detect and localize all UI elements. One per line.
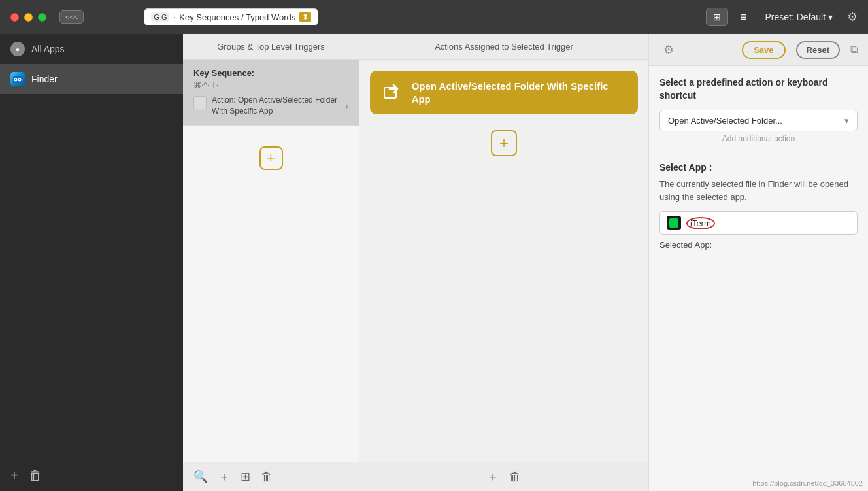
add-group-button[interactable]: ＋ — [218, 469, 230, 484]
search-button[interactable]: 🔍 — [193, 469, 208, 484]
collapse-sidebar-button[interactable]: <<< — [59, 10, 84, 24]
sidebar-item-all-apps-label: All Apps — [31, 44, 65, 54]
middle-panel-bottom: ＋ 🗑 — [359, 462, 648, 491]
action-card[interactable]: Open Active/Selected Folder With Specifi… — [370, 71, 638, 114]
middle-panel-header: Actions Assigned to Selected Trigger — [359, 34, 648, 60]
trigger-header: Key Sequence: — [193, 68, 348, 78]
action-dropdown-label: Open Active/Selected Folder... — [668, 116, 782, 126]
left-panel: Groups & Top Level Triggers Key Sequence… — [183, 34, 359, 491]
add-trigger-button[interactable]: + — [259, 146, 283, 170]
ks-label-g: G G — [151, 12, 169, 22]
right-panel: ⚙ Save Reset ⧉ Select a predefined actio… — [649, 34, 868, 491]
divider — [659, 154, 858, 154]
finder-icon — [10, 72, 25, 86]
hamburger-menu-icon[interactable]: ≡ — [740, 10, 747, 24]
delete-trigger-button[interactable]: 🗑 — [261, 469, 273, 484]
all-apps-icon: ● — [10, 42, 25, 56]
trigger-expand-arrow: › — [345, 101, 348, 111]
folder-button[interactable]: ⊞ — [241, 469, 250, 484]
action-card-title: Open Active/Selected Folder With Specifi… — [412, 80, 627, 105]
collapse-right-panel-icon[interactable]: ⧉ — [850, 44, 858, 56]
add-action-button[interactable]: + — [491, 130, 517, 156]
action-dropdown[interactable]: Open Active/Selected Folder... ▾ — [659, 110, 858, 131]
traffic-lights — [10, 13, 46, 22]
app-name-text: iTerm — [686, 218, 850, 228]
trigger-checkbox[interactable] — [193, 96, 207, 109]
sidebar: ● All Apps Finder + 🗑 — [0, 34, 183, 491]
reset-button[interactable]: Reset — [796, 41, 840, 59]
trigger-item[interactable]: Key Sequence: ⌘·^· T· Action: Open Activ… — [183, 60, 359, 126]
save-button[interactable]: Save — [742, 41, 785, 59]
action-settings-gear-icon[interactable]: ⚙ — [659, 41, 678, 59]
trigger-action-text: Action: Open Active/Selected Folder With… — [212, 95, 340, 117]
content-area: Groups & Top Level Triggers Key Sequence… — [183, 34, 868, 491]
close-button[interactable] — [10, 13, 19, 22]
select-app-description: The currently selected file in Finder wi… — [659, 178, 858, 203]
key-sequence-selector[interactable]: G G • Key Sequences / Typed Words ⬍ — [144, 8, 318, 25]
delete-action-button[interactable]: 🗑 — [509, 469, 521, 484]
svg-point-4 — [19, 79, 20, 80]
minimize-button[interactable] — [24, 13, 33, 22]
svg-point-3 — [15, 79, 16, 80]
iterm-icon — [667, 216, 681, 230]
add-action-container: + — [359, 125, 648, 161]
iterm-icon-inner — [669, 218, 678, 228]
add-app-button[interactable]: + — [10, 468, 18, 483]
add-additional-action-label[interactable]: Add additional action — [659, 134, 858, 143]
sidebar-item-all-apps[interactable]: ● All Apps — [0, 34, 183, 64]
left-panel-bottom: 🔍 ＋ ⊞ 🗑 — [183, 462, 359, 491]
grid-view-button[interactable]: ⊞ — [706, 8, 728, 26]
sidebar-item-finder-label: Finder — [31, 74, 58, 84]
maximize-button[interactable] — [38, 13, 46, 22]
trigger-keys: ⌘·^· T· — [193, 80, 348, 90]
add-trigger-container: + — [183, 126, 359, 191]
main-layout: ● All Apps Finder + 🗑 Groups — [0, 34, 868, 491]
add-action-bottom-button[interactable]: ＋ — [487, 469, 499, 484]
predefined-action-title: Select a predefined action or keyboard s… — [659, 76, 858, 102]
delete-app-button[interactable]: 🗑 — [29, 468, 42, 483]
watermark: https://blog.csdn.net/qq_33684802 — [752, 479, 863, 487]
selected-app-label: Selected App: — [659, 240, 858, 250]
titlebar: <<< G G • Key Sequences / Typed Words ⬍ … — [0, 0, 868, 34]
app-input-row: iTerm — [659, 211, 858, 235]
left-panel-header: Groups & Top Level Triggers — [183, 34, 359, 60]
key-sequence-title: Key Sequences / Typed Words — [179, 12, 295, 22]
select-app-title: Select App : — [659, 162, 858, 173]
sidebar-bottom: + 🗑 — [0, 460, 183, 491]
grid-icon: ⊞ — [713, 12, 721, 22]
separator-dot: • — [173, 14, 175, 20]
preset-label[interactable]: Preset: Default ▾ — [765, 12, 833, 22]
sidebar-item-finder[interactable]: Finder — [0, 64, 183, 94]
dropdown-chevron-icon: ▾ — [844, 116, 849, 126]
middle-panel: Actions Assigned to Selected Trigger Ope… — [359, 34, 649, 491]
right-panel-header: ⚙ Save Reset ⧉ — [649, 34, 868, 66]
iterm-circle-highlight: iTerm — [686, 217, 715, 229]
right-panel-content: Select a predefined action or keyboard s… — [649, 66, 868, 491]
settings-gear-icon[interactable]: ⚙ — [847, 10, 858, 24]
action-share-icon — [380, 81, 404, 105]
trigger-action-row: Action: Open Active/Selected Folder With… — [193, 95, 348, 117]
ks-chevron-icon[interactable]: ⬍ — [299, 12, 311, 22]
